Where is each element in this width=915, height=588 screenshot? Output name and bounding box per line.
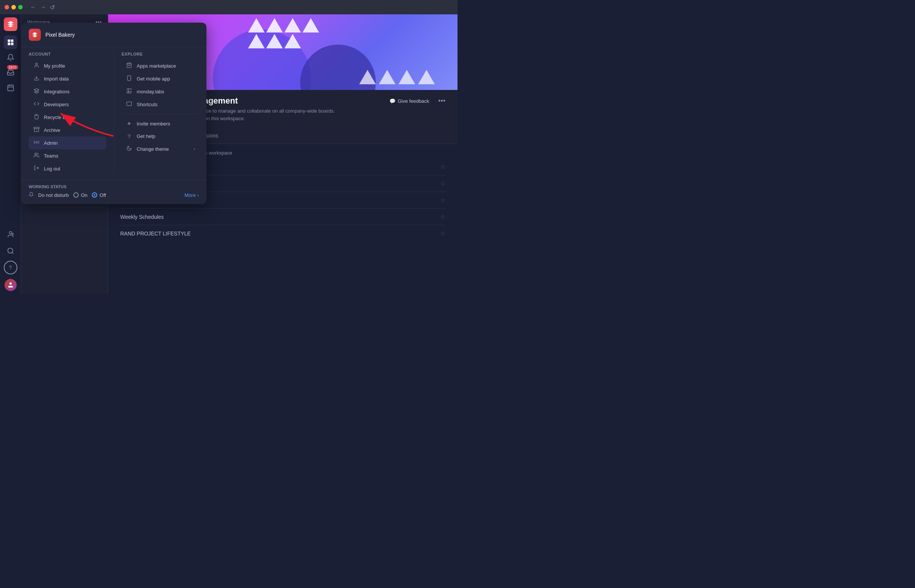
board-name-4: Weekly Schedules bbox=[120, 214, 164, 220]
nav-add-user-item[interactable] bbox=[4, 228, 18, 241]
on-label: On bbox=[81, 192, 87, 198]
board-name-5: RAND PROJECT LIFESTYLE bbox=[120, 231, 191, 237]
admin-icon bbox=[32, 139, 40, 146]
menu-item-log-out[interactable]: Log out bbox=[29, 162, 106, 175]
menu-item-invite-members[interactable]: + Invite members bbox=[122, 117, 199, 130]
menu-item-archive[interactable]: Archive bbox=[29, 124, 106, 136]
user-avatar[interactable] bbox=[5, 279, 17, 291]
nav-search-item[interactable] bbox=[4, 244, 18, 258]
svg-rect-0 bbox=[8, 40, 10, 42]
banner-triangles-right bbox=[359, 70, 435, 84]
import-data-label: Import data bbox=[44, 76, 69, 82]
nav-inbox-item[interactable]: 1915 bbox=[4, 66, 18, 79]
integrations-label: Integrations bbox=[44, 89, 70, 94]
svg-point-19 bbox=[36, 142, 37, 143]
menu-workspace-name: Pixel Bakery bbox=[45, 32, 75, 38]
star-board-1[interactable]: ☆ bbox=[440, 163, 445, 170]
mobile-icon bbox=[126, 75, 133, 82]
menu-item-get-help[interactable]: ? Get help bbox=[122, 130, 199, 142]
menu-explore-column: Explore Apps marketplace bbox=[114, 52, 207, 175]
star-board-3[interactable]: ☆ bbox=[440, 197, 445, 204]
board-item-5[interactable]: RAND PROJECT LIFESTYLE ☆ bbox=[120, 225, 445, 241]
status-more-button[interactable]: More › bbox=[185, 192, 199, 198]
logout-label: Log out bbox=[44, 166, 60, 171]
traffic-lights bbox=[5, 5, 23, 10]
menu-item-my-profile[interactable]: My profile bbox=[29, 59, 106, 72]
triangle-3 bbox=[284, 18, 301, 32]
get-help-label: Get help bbox=[137, 133, 155, 139]
board-item-4[interactable]: Weekly Schedules ☆ bbox=[120, 208, 445, 225]
svg-line-12 bbox=[12, 252, 13, 254]
minimize-button[interactable] bbox=[11, 5, 16, 10]
menu-item-admin[interactable]: Admin bbox=[29, 136, 106, 149]
more-arrow-icon: › bbox=[198, 192, 199, 198]
nav-home-item[interactable] bbox=[4, 36, 18, 49]
star-board-4[interactable]: ☆ bbox=[440, 213, 445, 220]
tri-r4 bbox=[418, 70, 435, 84]
feedback-icon: 💬 bbox=[389, 98, 395, 104]
nav-bell-item[interactable] bbox=[4, 51, 18, 64]
tri-r2 bbox=[379, 70, 395, 84]
nav-help-item[interactable]: ? bbox=[4, 261, 18, 275]
triangle-7 bbox=[284, 34, 301, 48]
menu-footer: Working status Do not disturb On bbox=[21, 179, 206, 204]
menu-item-monday-labs[interactable]: monday.labs bbox=[122, 85, 199, 98]
maximize-button[interactable] bbox=[18, 5, 23, 10]
radio-on[interactable] bbox=[73, 192, 79, 198]
star-board-2[interactable]: ☆ bbox=[440, 180, 445, 187]
marketplace-icon bbox=[126, 62, 133, 69]
back-button[interactable]: ← bbox=[30, 4, 36, 11]
import-icon bbox=[32, 75, 40, 82]
inbox-badge: 1915 bbox=[7, 65, 18, 69]
svg-point-13 bbox=[10, 282, 12, 284]
forward-button[interactable]: → bbox=[40, 4, 46, 11]
menu-item-teams[interactable]: Teams bbox=[29, 149, 106, 162]
recycle-bin-label: Recycle bin bbox=[44, 115, 69, 120]
menu-item-apps-marketplace[interactable]: Apps marketplace bbox=[122, 59, 199, 72]
triangle-1 bbox=[248, 18, 265, 32]
app-logo[interactable] bbox=[4, 18, 18, 31]
menu-item-get-mobile-app[interactable]: Get mobile app bbox=[122, 72, 199, 85]
radio-off[interactable] bbox=[92, 192, 97, 198]
invite-members-label: Invite members bbox=[137, 121, 170, 127]
change-theme-label: Change theme bbox=[137, 146, 169, 152]
archive-label: Archive bbox=[44, 128, 60, 133]
status-on-option[interactable]: On bbox=[73, 192, 87, 198]
svg-point-20 bbox=[35, 153, 37, 155]
triangle-5 bbox=[248, 34, 265, 48]
menu-logo bbox=[29, 29, 41, 41]
svg-rect-1 bbox=[11, 40, 13, 42]
give-feedback-button[interactable]: 💬 Give feedback bbox=[385, 96, 434, 106]
dnd-bell-icon bbox=[29, 192, 34, 198]
menu-item-integrations[interactable]: Integrations bbox=[29, 85, 106, 98]
theme-icon bbox=[126, 145, 133, 152]
star-board-5[interactable]: ☆ bbox=[440, 230, 445, 237]
workspace-more-button[interactable]: ••• bbox=[438, 97, 445, 105]
menu-item-shortcuts[interactable]: Shortcuts bbox=[122, 98, 199, 111]
status-off-option[interactable]: Off bbox=[92, 192, 106, 198]
more-label: More bbox=[185, 192, 196, 198]
menu-item-change-theme[interactable]: Change theme › bbox=[122, 142, 199, 155]
nav-calendar-item[interactable] bbox=[4, 81, 18, 94]
apps-marketplace-label: Apps marketplace bbox=[137, 63, 176, 69]
tri-r3 bbox=[398, 70, 415, 84]
feedback-label: Give feedback bbox=[398, 98, 429, 104]
svg-point-14 bbox=[36, 63, 37, 65]
integrations-icon bbox=[32, 88, 40, 95]
help-circle-icon: ? bbox=[126, 133, 133, 139]
close-button[interactable] bbox=[5, 5, 9, 10]
my-profile-label: My profile bbox=[44, 63, 65, 69]
refresh-button[interactable]: ↺ bbox=[50, 4, 55, 11]
developers-label: Developers bbox=[44, 102, 69, 107]
svg-rect-3 bbox=[11, 43, 13, 45]
title-bar: ← → ↺ bbox=[0, 0, 458, 15]
user-icon bbox=[32, 62, 40, 69]
menu-divider bbox=[122, 114, 199, 114]
menu-item-developers[interactable]: Developers bbox=[29, 98, 106, 111]
menu-columns: Account My profile bbox=[21, 47, 206, 179]
triangle-4 bbox=[303, 18, 319, 32]
logout-icon bbox=[32, 165, 40, 172]
menu-item-import-data[interactable]: Import data bbox=[29, 72, 106, 85]
menu-item-recycle-bin[interactable]: Recycle bin bbox=[29, 111, 106, 124]
main-menu: Pixel Bakery Account My profile bbox=[21, 23, 206, 204]
